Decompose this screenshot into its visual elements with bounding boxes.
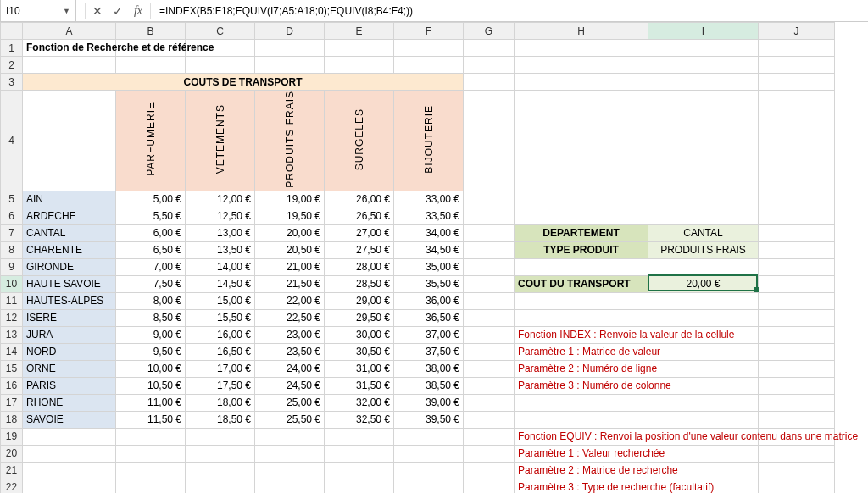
- dept-cell[interactable]: JURA: [23, 326, 116, 343]
- column-header-G[interactable]: G: [464, 23, 515, 40]
- value-cell[interactable]: 24,50 €: [255, 377, 325, 394]
- row-header[interactable]: 4: [1, 91, 23, 191]
- note-cell[interactable]: Paramètre 1 : Matrice de valeur: [515, 343, 648, 360]
- value-cell[interactable]: 5,00 €: [116, 191, 186, 208]
- value-cell[interactable]: 17,00 €: [186, 360, 255, 377]
- value-cell[interactable]: 18,50 €: [186, 411, 255, 428]
- value-cell[interactable]: 12,50 €: [186, 208, 255, 224]
- value-cell[interactable]: 20,50 €: [255, 241, 325, 258]
- value-cell[interactable]: 36,00 €: [394, 292, 464, 309]
- value-cell[interactable]: 35,50 €: [394, 275, 464, 292]
- value-cell[interactable]: 32,00 €: [325, 394, 394, 411]
- dept-cell[interactable]: AIN: [23, 191, 116, 208]
- row-header[interactable]: 8: [1, 241, 23, 258]
- value-cell[interactable]: 15,00 €: [186, 292, 255, 309]
- row-header[interactable]: 5: [1, 191, 23, 208]
- value-cell[interactable]: 11,50 €: [116, 411, 186, 428]
- value-cell[interactable]: 29,50 €: [325, 309, 394, 326]
- value-cell[interactable]: 30,50 €: [325, 343, 394, 360]
- note-cell[interactable]: Fonction INDEX : Renvoie la valeur de la…: [515, 326, 648, 343]
- lookup-prod-value[interactable]: PRODUITS FRAIS: [648, 241, 759, 258]
- value-cell[interactable]: 16,00 €: [186, 326, 255, 343]
- value-cell[interactable]: 31,50 €: [325, 377, 394, 394]
- column-header-H[interactable]: H: [515, 23, 648, 40]
- result-value[interactable]: 20,00 €: [648, 275, 759, 292]
- column-header-I[interactable]: I: [648, 23, 759, 40]
- dept-cell[interactable]: ISERE: [23, 309, 116, 326]
- spreadsheet-grid[interactable]: ABCDEFGHIJ 1 Fonction de Recherche et de…: [0, 22, 868, 493]
- note-cell[interactable]: Paramètre 2 : Numéro de ligne: [515, 360, 648, 377]
- dept-cell[interactable]: RHONE: [23, 394, 116, 411]
- table-title[interactable]: COUTS DE TRANSPORT: [23, 74, 464, 91]
- row-header[interactable]: 3: [1, 74, 23, 91]
- value-cell[interactable]: 37,50 €: [394, 343, 464, 360]
- value-cell[interactable]: 35,00 €: [394, 258, 464, 275]
- value-cell[interactable]: 23,50 €: [255, 343, 325, 360]
- name-box[interactable]: I10 ▼: [0, 0, 76, 21]
- value-cell[interactable]: 27,50 €: [325, 241, 394, 258]
- row-header[interactable]: 13: [1, 326, 23, 343]
- value-cell[interactable]: 19,00 €: [255, 191, 325, 208]
- value-cell[interactable]: 34,00 €: [394, 224, 464, 241]
- value-cell[interactable]: 23,00 €: [255, 326, 325, 343]
- value-cell[interactable]: 6,50 €: [116, 241, 186, 258]
- value-cell[interactable]: 15,50 €: [186, 309, 255, 326]
- lookup-dept-label[interactable]: DEPARTEMENT: [515, 224, 648, 241]
- row-header[interactable]: 22: [1, 479, 23, 493]
- cancel-icon[interactable]: ✕: [87, 4, 108, 18]
- column-header[interactable]: PRODUITS FRAIS: [255, 91, 325, 191]
- row-header[interactable]: 16: [1, 377, 23, 394]
- value-cell[interactable]: 22,00 €: [255, 292, 325, 309]
- value-cell[interactable]: 14,00 €: [186, 258, 255, 275]
- row-header[interactable]: 21: [1, 462, 23, 479]
- value-cell[interactable]: 6,00 €: [116, 224, 186, 241]
- value-cell[interactable]: 7,00 €: [116, 258, 186, 275]
- value-cell[interactable]: 34,50 €: [394, 241, 464, 258]
- column-header-F[interactable]: F: [394, 23, 464, 40]
- value-cell[interactable]: 32,50 €: [325, 411, 394, 428]
- value-cell[interactable]: 9,00 €: [116, 326, 186, 343]
- value-cell[interactable]: 31,00 €: [325, 360, 394, 377]
- dept-cell[interactable]: CHARENTE: [23, 241, 116, 258]
- row-header[interactable]: 10: [1, 275, 23, 292]
- value-cell[interactable]: 39,00 €: [394, 394, 464, 411]
- value-cell[interactable]: 12,00 €: [186, 191, 255, 208]
- value-cell[interactable]: 24,00 €: [255, 360, 325, 377]
- name-box-dropdown-icon[interactable]: ▼: [63, 7, 70, 15]
- column-header-E[interactable]: E: [325, 23, 394, 40]
- value-cell[interactable]: 10,50 €: [116, 377, 186, 394]
- dept-cell[interactable]: HAUTES-ALPES: [23, 292, 116, 309]
- cell[interactable]: Fonction de Recherche et de référence: [23, 40, 116, 57]
- value-cell[interactable]: 21,00 €: [255, 258, 325, 275]
- row-header[interactable]: 17: [1, 394, 23, 411]
- value-cell[interactable]: 28,00 €: [325, 258, 394, 275]
- value-cell[interactable]: 17,50 €: [186, 377, 255, 394]
- value-cell[interactable]: 7,50 €: [116, 275, 186, 292]
- value-cell[interactable]: 30,00 €: [325, 326, 394, 343]
- value-cell[interactable]: 37,00 €: [394, 326, 464, 343]
- confirm-icon[interactable]: ✓: [108, 4, 128, 18]
- value-cell[interactable]: 36,50 €: [394, 309, 464, 326]
- dept-cell[interactable]: GIRONDE: [23, 258, 116, 275]
- note-cell[interactable]: Fonction EQUIV : Renvoi la position d'un…: [515, 428, 648, 445]
- row-header[interactable]: 14: [1, 343, 23, 360]
- note-cell[interactable]: Paramètre 3 : Type de recherche (faculta…: [515, 479, 648, 493]
- row-header[interactable]: 2: [1, 57, 23, 74]
- select-all-corner[interactable]: [1, 23, 23, 40]
- value-cell[interactable]: 29,00 €: [325, 292, 394, 309]
- value-cell[interactable]: 11,00 €: [116, 394, 186, 411]
- row-header[interactable]: 12: [1, 309, 23, 326]
- note-cell[interactable]: Paramètre 2 : Matrice de recherche: [515, 462, 648, 479]
- value-cell[interactable]: 16,50 €: [186, 343, 255, 360]
- column-header-A[interactable]: A: [23, 23, 116, 40]
- note-cell[interactable]: Paramètre 3 : Numéro de colonne: [515, 377, 648, 394]
- value-cell[interactable]: 27,00 €: [325, 224, 394, 241]
- column-header[interactable]: VETEMENTS: [186, 91, 255, 191]
- value-cell[interactable]: 25,00 €: [255, 394, 325, 411]
- value-cell[interactable]: 21,50 €: [255, 275, 325, 292]
- value-cell[interactable]: 33,00 €: [394, 191, 464, 208]
- column-header-B[interactable]: B: [116, 23, 186, 40]
- formula-input[interactable]: =INDEX(B5:F18;EQUIV(I7;A5:A18;0);EQUIV(I…: [153, 0, 868, 21]
- row-header[interactable]: 9: [1, 258, 23, 275]
- cell[interactable]: [23, 91, 116, 191]
